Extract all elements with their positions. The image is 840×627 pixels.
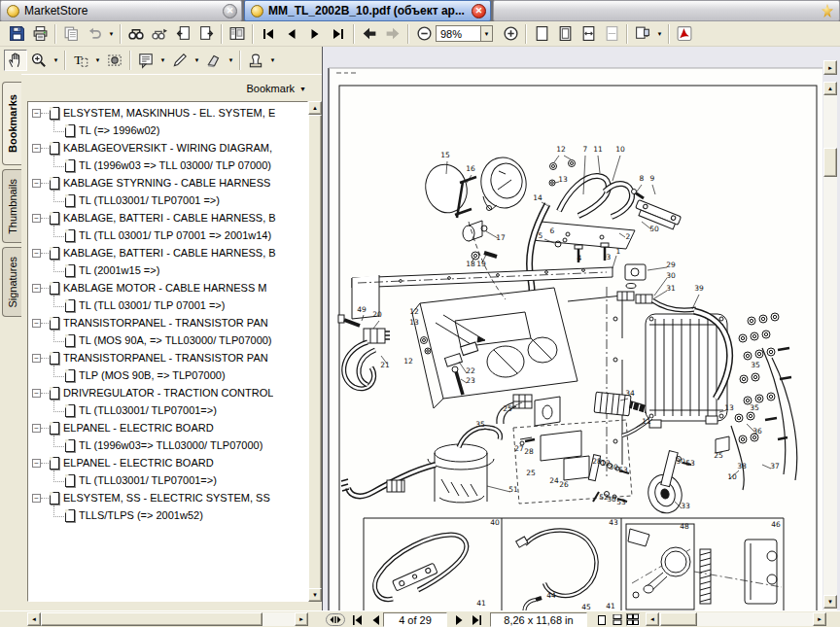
bookmarks-scroll-left-icon[interactable]: ◄ [27, 612, 41, 626]
bookmark-subitem[interactable]: TL (TLL03001/ TLP07001 =>) [28, 192, 307, 209]
search-button[interactable] [148, 23, 171, 45]
fit-visible-button[interactable] [600, 23, 623, 45]
bookmark-item[interactable]: −KABLAGE, BATTERI - CABLE HARNESS, B [28, 209, 307, 226]
fit-page-button[interactable] [553, 23, 577, 45]
bookmark-item[interactable]: −ELSYSTEM, SS - ELECTRIC SYSTEM, SS [28, 489, 307, 506]
create-pdf-dropdown-icon[interactable]: ▼ [654, 23, 665, 45]
collapse-toggle-icon[interactable]: − [32, 109, 41, 118]
tab-signatures[interactable]: Signatures [2, 247, 21, 317]
page-layout-button[interactable] [226, 23, 249, 45]
first-page-status-button[interactable] [350, 612, 366, 627]
bookmark-subitem[interactable]: TLP (MOS 90B, => TLP07000) [28, 366, 307, 384]
pencil-tool-dropdown-icon[interactable]: ▼ [192, 50, 202, 71]
go-forward-button[interactable] [381, 23, 404, 45]
find-button[interactable] [124, 23, 148, 45]
next-page-button[interactable] [303, 23, 327, 45]
bookmark-item[interactable]: −TRANSISTORPANEL - TRANSISTOR PAN [28, 314, 307, 331]
next-view-button[interactable] [194, 23, 218, 45]
highlight-tool-dropdown-icon[interactable]: ▼ [226, 50, 236, 71]
print-button[interactable] [28, 23, 52, 45]
undo-button[interactable] [83, 23, 106, 45]
collapse-toggle-icon[interactable]: − [32, 494, 41, 503]
doc-hscrollbar-thumb[interactable] [660, 612, 697, 626]
article-next-icon[interactable]: ► [823, 60, 837, 75]
bookmarks-scroll-down-icon[interactable]: ▼ [308, 588, 322, 602]
zoom-tool-dropdown-icon[interactable]: ▼ [51, 50, 61, 71]
zoom-out-button[interactable] [412, 23, 436, 45]
text-select-tool-button[interactable]: T [69, 50, 92, 71]
bookmark-item[interactable]: −KABLAGE MOTOR - CABLE HARNESS M [28, 279, 307, 296]
tab-bookmarks[interactable]: Bookmarks [2, 82, 21, 165]
doc-scroll-left-icon[interactable]: ◄ [646, 612, 659, 626]
collapse-toggle-icon[interactable]: − [32, 424, 41, 433]
create-pdf-button[interactable] [631, 23, 654, 45]
bookmark-subitem[interactable]: TL (1996w03=> TLL03000/ TLP07000) [28, 436, 307, 454]
previous-view-button[interactable] [171, 23, 194, 45]
collapse-toggle-icon[interactable]: − [32, 459, 41, 468]
stamp-tool-button[interactable] [244, 50, 267, 71]
zoom-tool-button[interactable] [27, 50, 51, 71]
collapse-toggle-icon[interactable]: − [32, 249, 41, 258]
doc-scrollbar-thumb[interactable] [823, 148, 837, 177]
graphics-select-tool-button[interactable] [103, 50, 126, 71]
collapse-toggle-icon[interactable]: − [32, 144, 41, 153]
pdf-close-icon[interactable]: ✕ [472, 4, 486, 18]
bookmarks-scrollbar-thumb[interactable] [308, 115, 322, 591]
facing-layout-button[interactable] [626, 613, 640, 626]
collapse-toggle-icon[interactable]: − [32, 284, 41, 293]
bookmark-item[interactable]: −TRANSISTORPANEL - TRANSISTOR PAN [28, 349, 307, 366]
bookmark-subitem[interactable]: TL (TLL 03001/ TLP 07001 =>) [28, 296, 307, 314]
save-button[interactable] [5, 23, 28, 45]
first-page-button[interactable] [257, 23, 280, 45]
doc-scroll-right-icon[interactable]: ► [813, 612, 826, 626]
text-select-dropdown-icon[interactable]: ▼ [92, 50, 103, 71]
marketstore-close-icon[interactable]: ✕ [223, 4, 237, 18]
bookmark-menu-button[interactable]: Bookmark▼ [247, 83, 306, 94]
bookmarks-scroll-up-icon[interactable]: ▲ [308, 101, 322, 115]
collapse-toggle-icon[interactable]: − [32, 319, 41, 328]
copy-button[interactable] [59, 23, 83, 45]
last-page-status-button[interactable] [469, 612, 484, 627]
next-page-status-button[interactable] [451, 612, 467, 627]
fit-width-button[interactable] [577, 23, 600, 45]
doc-scroll-up-icon[interactable]: ▲ [823, 82, 837, 95]
bookmark-subitem[interactable]: TL (TLL 03001/ TLP 07001 => 2001w14) [28, 226, 307, 244]
stamp-tool-dropdown-icon[interactable]: ▼ [267, 50, 278, 71]
last-page-button[interactable] [327, 23, 350, 45]
undo-dropdown-icon[interactable]: ▼ [106, 23, 117, 45]
actual-size-button[interactable] [530, 23, 553, 45]
collapse-toggle-icon[interactable]: − [32, 389, 41, 398]
highlight-tool-button[interactable] [202, 50, 226, 71]
bookmark-subitem[interactable]: TL (1996w03 => TLL 03000/ TLP 07000) [28, 157, 307, 174]
bookmark-subitem[interactable]: TLLS/TLPS (=> 2001w52) [28, 506, 307, 524]
single-page-layout-button[interactable] [595, 613, 609, 626]
continuous-layout-button[interactable] [611, 613, 624, 626]
bookmark-subitem[interactable]: TL (TLL03001/ TLP07001=>) [28, 471, 307, 489]
bookmark-item[interactable]: −ELPANEL - ELECTRIC BOARD [28, 419, 307, 436]
bookmark-item[interactable]: −KABLAGE, BATTERI - CABLE HARNESS, B [28, 244, 307, 261]
zoom-in-button[interactable] [499, 23, 522, 45]
bookmark-item[interactable]: −KABLAGEOVERSIKT - WIRING DIAGRAM, [28, 139, 307, 157]
zoom-level-input[interactable]: 98% [436, 25, 480, 42]
bookmarks-hscrollbar-thumb[interactable] [41, 612, 262, 626]
page-indicator[interactable]: 4 of 29 [383, 612, 447, 627]
adobe-pdf-button[interactable] [673, 23, 696, 45]
bookmark-item[interactable]: −DRIVREGULATOR - TRACTION CONTROL [28, 384, 307, 401]
bookmark-subitem[interactable]: TL (2001w15 =>) [28, 261, 307, 279]
bookmark-subitem[interactable]: TL (TLL03001/ TLP07001=>) [28, 401, 307, 419]
bookmark-subitem[interactable]: TL (MOS 90A, => TLL03000/ TLP07000) [28, 331, 307, 349]
pencil-tool-button[interactable] [168, 50, 192, 71]
panel-toggle-button[interactable] [325, 612, 346, 627]
bookmark-item[interactable]: −KABLAGE STYRNING - CABLE HARNESS [28, 174, 307, 192]
hand-tool-button[interactable] [4, 50, 27, 71]
collapse-toggle-icon[interactable]: − [32, 214, 41, 223]
bookmark-subitem[interactable]: TL (=> 1996w02) [28, 122, 307, 139]
go-back-button[interactable] [358, 23, 381, 45]
tab-thumbnails[interactable]: Thumbnails [2, 169, 21, 243]
doc-scroll-down-icon[interactable]: ▼ [823, 595, 837, 609]
zoom-dropdown-icon[interactable]: ▼ [480, 25, 493, 42]
note-tool-dropdown-icon[interactable]: ▼ [158, 50, 168, 71]
collapse-toggle-icon[interactable]: − [32, 179, 41, 188]
previous-page-status-button[interactable] [368, 612, 383, 627]
bookmarks-scroll-right-icon[interactable]: ► [295, 612, 308, 626]
